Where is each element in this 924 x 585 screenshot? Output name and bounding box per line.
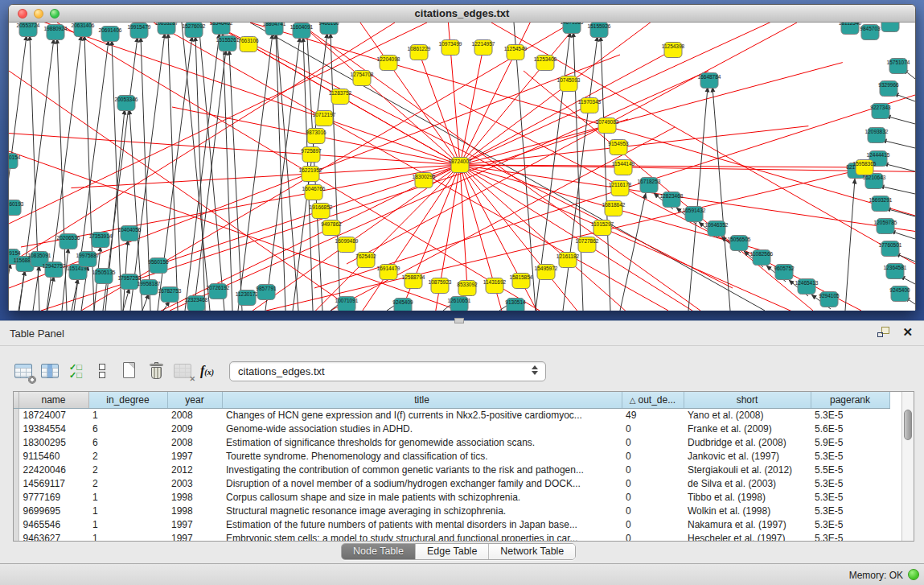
- edge[interactable]: [223, 33, 232, 311]
- edge[interactable]: [9, 23, 427, 224]
- cell-short[interactable]: de Silva et al. (2003): [684, 476, 811, 490]
- cell-name[interactable]: 9777169: [18, 490, 88, 504]
- column-header-year[interactable]: year: [167, 392, 222, 408]
- scrollbar-thumb[interactable]: [904, 410, 912, 440]
- function-builder-button[interactable]: f(x): [200, 361, 220, 382]
- column-header-pagerank[interactable]: pagerank: [811, 392, 889, 408]
- cell-name[interactable]: 9465546: [18, 517, 88, 531]
- cell-short[interactable]: Nakamura et al. (1997): [684, 517, 811, 531]
- edge[interactable]: [9, 263, 10, 311]
- edge[interactable]: [607, 63, 843, 126]
- table-row[interactable]: 911546021997Tourette syndrome. Phenomeno…: [14, 449, 889, 463]
- edge[interactable]: [182, 23, 210, 311]
- edge[interactable]: [514, 23, 536, 311]
- cell-title[interactable]: Estimation of the future numbers of pati…: [222, 517, 622, 531]
- cell-pagerank[interactable]: 5.3E-5: [811, 449, 889, 463]
- tab-edge-table[interactable]: Edge Table: [416, 544, 489, 559]
- column-header-out_degree[interactable]: △out_de...: [622, 392, 684, 408]
- cell-pagerank[interactable]: 5.3E-5: [811, 490, 889, 504]
- cell-year[interactable]: 2003: [167, 476, 222, 490]
- cell-short[interactable]: Stergiakouli et al. (2012): [684, 463, 811, 476]
- edge[interactable]: [185, 33, 220, 311]
- cell-pagerank[interactable]: 5.3E-5: [811, 531, 889, 542]
- edge[interactable]: [460, 165, 467, 288]
- edge[interactable]: [601, 36, 610, 311]
- cell-title[interactable]: Structural magnetic resonance image aver…: [222, 504, 622, 517]
- network-window[interactable]: citations_edges.txt 20553724198809242063…: [8, 4, 916, 311]
- cell-year[interactable]: 1997: [167, 531, 222, 542]
- cell-name[interactable]: 14569117: [18, 476, 88, 490]
- cell-in_degree[interactable]: 6: [88, 422, 167, 435]
- show-columns-button[interactable]: [41, 361, 61, 382]
- cell-in_degree[interactable]: 6: [88, 435, 167, 449]
- delete-columns-button[interactable]: [147, 361, 167, 382]
- edge[interactable]: [311, 154, 460, 165]
- cell-pagerank[interactable]: 5.6E-5: [811, 422, 889, 435]
- delete-table-button[interactable]: ✕: [174, 361, 194, 382]
- cell-year[interactable]: 1998: [167, 504, 222, 517]
- cell-title[interactable]: Changes of HCN gene expression and I(f) …: [222, 408, 622, 422]
- table-row[interactable]: 969969511998Structural magnetic resonanc…: [14, 504, 889, 517]
- cell-name[interactable]: 18300295: [18, 435, 88, 449]
- tab-network-table[interactable]: Network Table: [489, 544, 575, 559]
- cell-name[interactable]: 22420046: [18, 463, 88, 476]
- edge[interactable]: [18, 270, 25, 311]
- cell-in_degree[interactable]: 2: [88, 476, 167, 490]
- edge[interactable]: [618, 126, 808, 147]
- edge[interactable]: [440, 165, 460, 286]
- edge[interactable]: [276, 34, 285, 311]
- cell-name[interactable]: 9699695: [18, 504, 88, 517]
- cell-in_degree[interactable]: 1: [88, 504, 167, 517]
- cell-out_degree[interactable]: 0: [622, 422, 684, 435]
- table-row[interactable]: 2242004622012Investigating the contribut…: [14, 463, 889, 476]
- edge[interactable]: [460, 47, 483, 165]
- column-header-title[interactable]: title: [222, 392, 622, 408]
- cell-out_degree[interactable]: 0: [622, 504, 684, 517]
- table-scrollbar[interactable]: [901, 392, 914, 541]
- table-selector-dropdown[interactable]: citations_edges.txt: [229, 361, 546, 381]
- cell-title[interactable]: Genome-wide association studies in ADHD.: [222, 422, 622, 435]
- cell-name[interactable]: 9115460: [18, 449, 88, 463]
- tab-node-table[interactable]: Node Table: [342, 544, 416, 559]
- table-row[interactable]: 946362711997Embryonic stem cells: a mode…: [14, 531, 889, 542]
- cell-year[interactable]: 2008: [167, 408, 222, 422]
- cell-out_degree[interactable]: 0: [622, 517, 684, 531]
- network-canvas[interactable]: 2055372419880924206314062069140619915479…: [9, 23, 915, 311]
- edge[interactable]: [879, 186, 915, 194]
- new-column-button[interactable]: [121, 361, 141, 382]
- window-titlebar[interactable]: citations_edges.txt: [9, 5, 915, 23]
- cell-in_degree[interactable]: 2: [88, 449, 167, 463]
- cell-name[interactable]: 9463627: [18, 531, 88, 542]
- close-panel-icon[interactable]: ✕: [902, 327, 913, 337]
- cell-pagerank[interactable]: 5.3E-5: [811, 517, 889, 531]
- edge[interactable]: [388, 63, 460, 165]
- edge[interactable]: [331, 165, 460, 228]
- cell-out_degree[interactable]: 49: [622, 408, 684, 422]
- cell-title[interactable]: Embryonic stem cells: a model to study s…: [222, 531, 622, 542]
- cell-in_degree[interactable]: 2: [88, 463, 167, 476]
- edge[interactable]: [568, 260, 697, 311]
- edge[interactable]: [845, 179, 855, 311]
- cell-name[interactable]: 19384554: [18, 422, 88, 435]
- cell-out_degree[interactable]: 0: [622, 490, 684, 504]
- cell-short[interactable]: Dudbridge et al. (2008): [684, 435, 811, 449]
- edge[interactable]: [141, 37, 150, 311]
- cell-short[interactable]: Hescheler et al. (1997): [684, 531, 811, 542]
- cells-view-button[interactable]: [94, 361, 114, 382]
- memory-ok-indicator[interactable]: [908, 569, 919, 580]
- table-row[interactable]: 977716911998Corpus callosum shape and si…: [14, 490, 889, 504]
- edge[interactable]: [238, 34, 273, 311]
- edge[interactable]: [210, 23, 733, 288]
- cell-title[interactable]: Estimation of significance thresholds fo…: [222, 435, 622, 449]
- column-header-name[interactable]: name: [18, 392, 88, 408]
- edge[interactable]: [142, 294, 149, 311]
- edge[interactable]: [620, 193, 646, 311]
- cell-title[interactable]: Investigating the contribution of common…: [222, 463, 622, 476]
- edge[interactable]: [460, 165, 614, 208]
- cell-pagerank[interactable]: 5.5E-5: [811, 463, 889, 476]
- cell-short[interactable]: Franke et al. (2009): [684, 422, 811, 435]
- cell-out_degree[interactable]: 0: [622, 449, 684, 463]
- edge[interactable]: [883, 163, 915, 171]
- cell-out_degree[interactable]: 0: [622, 463, 684, 476]
- network-node[interactable]: [881, 23, 899, 32]
